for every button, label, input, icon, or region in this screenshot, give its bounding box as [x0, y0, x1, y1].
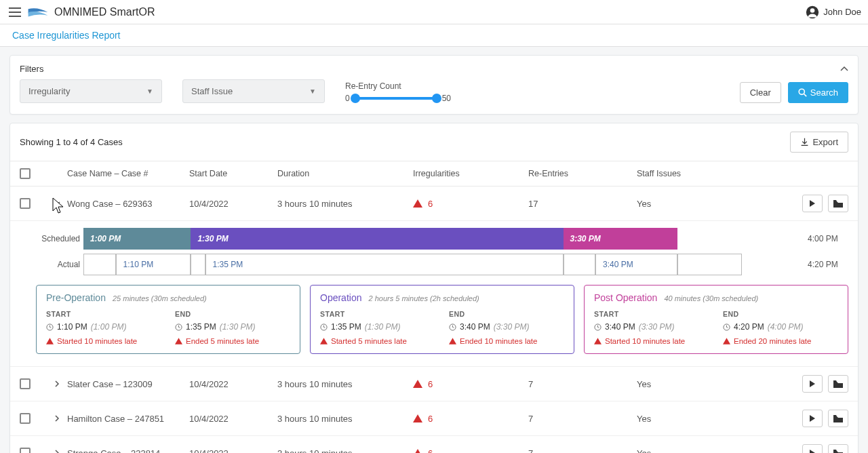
row-details: Scheduled 1:00 PM 1:30 PM 3:30 PM 4:00 P… [10, 221, 858, 367]
preop-sub: 25 minutes (30m scheduled) [113, 294, 207, 302]
collapse-filters-button[interactable] [840, 64, 848, 74]
staff-issue-select-label: Staff Issue [191, 86, 233, 96]
irregularity-select[interactable]: Irregularity ▼ [20, 79, 162, 103]
table-row: Strange Case – 333814 10/4/2022 3 hours … [10, 436, 858, 453]
folder-button[interactable] [828, 195, 848, 212]
folder-button[interactable] [828, 444, 848, 453]
user-name: John Doe [823, 7, 861, 17]
collapse-row-button[interactable] [47, 201, 67, 206]
play-icon [809, 415, 816, 422]
chevron-down-icon: ▼ [146, 87, 153, 95]
slider-thumb-max[interactable] [432, 94, 441, 103]
actual-op-segment: 1:35 PM [205, 254, 564, 275]
chevron-down-icon: ▼ [309, 87, 316, 95]
download-icon [800, 138, 809, 146]
irregularity-select-label: Irregularity [28, 86, 70, 96]
reentry-slider[interactable]: Re-Entry Count 0 50 [345, 81, 451, 103]
folder-button[interactable] [828, 375, 848, 393]
user-menu[interactable]: John Doe [806, 5, 861, 19]
play-icon [809, 380, 816, 387]
cell-reentries: 17 [528, 199, 637, 209]
warning-icon [413, 414, 422, 422]
logo-icon [27, 6, 49, 18]
cell-irregularities: 6 [413, 379, 528, 389]
reentry-slider-label: Re-Entry Count [345, 81, 451, 91]
cell-staff: Yes [637, 448, 781, 454]
op-title: Operation [320, 292, 361, 303]
filters-panel: Filters Irregularity ▼ Staff Issue ▼ Re-… [9, 55, 859, 115]
slider-track[interactable] [355, 97, 437, 100]
op-start-warning: Started 5 minutes late [320, 337, 435, 345]
export-button[interactable]: Export [790, 132, 848, 153]
cell-irregularities: 6 [413, 448, 528, 454]
row-checkbox[interactable] [20, 448, 31, 453]
table-row: Wong Case – 629363 10/4/2022 3 hours 10 … [10, 186, 858, 221]
preop-start-time: 1:10 PM (1:00 PM) [46, 322, 161, 332]
search-icon [798, 88, 807, 97]
folder-icon [833, 200, 843, 208]
expand-row-button[interactable] [47, 415, 67, 422]
scheduled-post-segment: 3:30 PM [564, 228, 678, 250]
warning-icon [175, 338, 182, 344]
results-panel: Showing 1 to 4 of 4 Cases Export Case Na… [9, 123, 859, 453]
search-button[interactable]: Search [788, 82, 848, 103]
clock-icon [175, 323, 182, 331]
warning-icon [413, 380, 422, 388]
expand-row-button[interactable] [47, 450, 67, 453]
preop-end-time: 1:35 PM (1:30 PM) [175, 322, 290, 332]
svg-point-2 [799, 89, 804, 94]
op-start-time: 1:35 PM (1:30 PM) [320, 322, 435, 332]
cell-duration: 3 hours 10 minutes [277, 414, 413, 424]
actual-end-time: 4:20 PM [808, 260, 848, 269]
warning-icon [46, 338, 54, 344]
warning-icon [723, 338, 730, 344]
col-start[interactable]: Start Date [189, 169, 277, 178]
col-staff[interactable]: Staff Issues [637, 169, 781, 178]
table-header-row: Case Name – Case # Start Date Duration I… [10, 161, 858, 186]
play-icon [809, 200, 816, 207]
expand-row-button[interactable] [47, 380, 67, 387]
chevron-right-icon [54, 415, 60, 422]
actual-label: Actual [36, 260, 83, 269]
play-button[interactable] [802, 195, 823, 212]
svg-point-1 [810, 8, 815, 13]
chevron-right-icon [54, 380, 60, 387]
select-all-checkbox[interactable] [20, 168, 31, 179]
preop-start-warning: Started 10 minutes late [46, 337, 161, 345]
cell-reentries: 7 [528, 379, 637, 389]
hamburger-menu-button[interactable] [7, 4, 23, 20]
play-button[interactable] [802, 444, 823, 453]
clock-icon [320, 323, 328, 331]
row-checkbox[interactable] [20, 198, 31, 209]
play-button[interactable] [802, 410, 823, 427]
phase-card-preop: Pre-Operation 25 minutes (30m scheduled)… [36, 285, 300, 354]
op-end-warning: Ended 10 minutes late [449, 337, 564, 345]
col-reentry[interactable]: Re-Entries [528, 169, 637, 178]
cell-duration: 3 hours 10 minutes [277, 379, 413, 389]
top-bar: OMNIMED SmartOR John Doe [0, 0, 868, 24]
clock-icon [723, 323, 730, 331]
actual-delay-op [191, 254, 205, 275]
actual-overrun-post [677, 254, 742, 275]
play-button[interactable] [802, 375, 823, 393]
op-end-time: 3:40 PM (3:30 PM) [449, 322, 564, 332]
cell-reentries: 7 [528, 414, 637, 424]
row-checkbox[interactable] [20, 378, 31, 389]
slider-thumb-min[interactable] [351, 94, 360, 103]
col-case[interactable]: Case Name – Case # [67, 169, 189, 178]
cell-case: Wong Case – 629363 [67, 199, 189, 209]
cell-duration: 3 hours 10 minutes [277, 199, 413, 209]
col-duration[interactable]: Duration [277, 169, 413, 178]
cell-staff: Yes [637, 199, 781, 209]
col-irreg[interactable]: Irregularities [413, 169, 528, 178]
scheduled-preop-segment: 1:00 PM [83, 228, 191, 250]
row-checkbox[interactable] [20, 413, 31, 424]
folder-button[interactable] [828, 410, 848, 427]
phase-card-post: Post Operation 40 minutes (30m scheduled… [584, 285, 848, 354]
table-row: Hamilton Case – 247851 10/4/2022 3 hours… [10, 401, 858, 436]
clear-button[interactable]: Clear [740, 82, 781, 103]
post-start-time: 3:40 PM (3:30 PM) [594, 322, 709, 332]
cell-duration: 3 hours 10 minutes [277, 448, 413, 454]
results-count: Showing 1 to 4 of 4 Cases [20, 137, 123, 147]
staff-issue-select[interactable]: Staff Issue ▼ [182, 79, 325, 103]
